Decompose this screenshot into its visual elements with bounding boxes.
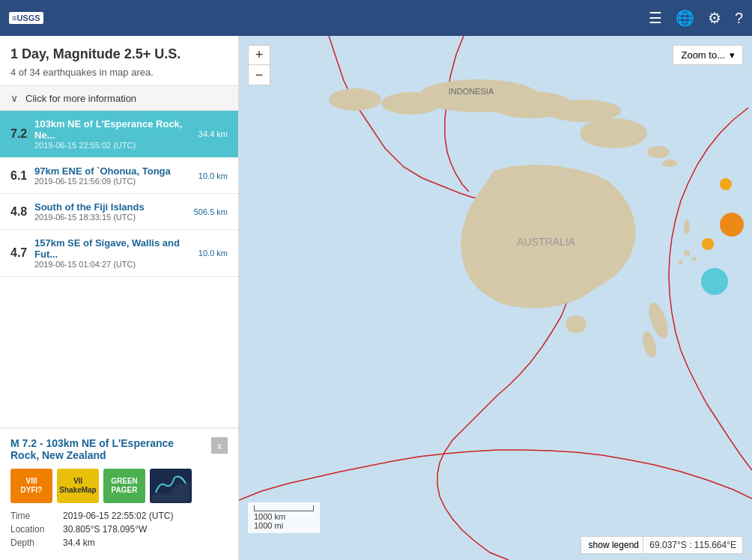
svg-point-21 [702,238,714,250]
list-icon[interactable]: ☰ [649,9,662,27]
svg-point-9 [662,159,677,167]
svg-point-19 [720,178,732,190]
scale-mi: 1000 mi [254,521,314,530]
show-legend-button[interactable]: show legend [580,536,647,554]
sidebar-subtitle: 4 of 34 earthquakes in map area. [0,65,238,85]
gear-icon[interactable]: ⚙ [708,9,721,27]
globe-icon[interactable]: 🌐 [676,9,694,27]
click-info-bar[interactable]: ∨ Click for more information [0,85,238,111]
eq-depth: 506.5 km [194,207,228,216]
dyfi-line1: VIII [25,477,37,486]
dyfi-badge[interactable]: VIII DYFI? [10,469,52,503]
zoom-controls: + − [248,45,270,85]
svg-point-6 [329,88,381,111]
svg-point-15 [679,260,683,264]
thumbnail-image [152,470,189,502]
map-scale: 1000 km 1000 mi [248,502,320,533]
eq-magnitude: 7.2 [10,127,34,141]
map-svg: INDONESIA AUSTRALIA [239,36,752,560]
sidebar: 1 Day, Magnitude 2.5+ U.S. 4 of 34 earth… [0,36,239,560]
scale-bar [254,505,314,511]
eq-date: 2019-06-15 01:04:27 (UTC) [34,260,198,269]
zoom-to-button[interactable]: Zoom to... ▾ [673,45,743,65]
zoom-to-label: Zoom to... [681,49,725,61]
detail-row: Depth 34.4 km [10,538,228,548]
usgs-logo-icon: ≡USGS [9,12,43,24]
earthquake-list-item[interactable]: 7.2 103km NE of L'Esperance Rock, Ne... … [0,111,238,158]
detail-row: Time 2019-06-15 22:55:02 (UTC) [10,511,228,521]
pager-line1: GREEN [111,477,138,486]
eq-name: 103km NE of L'Esperance Rock, Ne... [34,118,198,141]
usgs-logo: ≡USGS [9,12,48,24]
eq-name: 157km SE of Sigave, Wallis and Fut... [34,237,198,260]
detail-title[interactable]: M 7.2 - 103km NE of L'Esperance Rock, Ne… [10,437,190,461]
earthquake-list-item[interactable]: 4.7 157km SE of Sigave, Wallis and Fut..… [0,230,238,277]
svg-point-13 [684,250,690,256]
zoom-to-chevron-icon: ▾ [730,49,735,61]
zoom-in-button[interactable]: + [249,46,270,65]
earthquake-list-item[interactable]: 6.1 97km ENE of `Ohonua, Tonga 2019-06-1… [0,158,238,194]
eq-depth: 34.4 km [198,130,228,139]
earthquake-list-item[interactable]: 4.8 South of the Fiji Islands 2019-06-15… [0,194,238,230]
dyfi-line2: DYFI? [21,486,43,495]
map-area[interactable]: INDONESIA AUSTRALIA + − Zoom to... ▾ 100… [239,36,752,560]
svg-point-7 [580,118,647,148]
shakemap-line1: VII [73,477,82,486]
detail-header: M 7.2 - 103km NE of L'Esperance Rock, Ne… [10,437,228,461]
svg-point-3 [381,92,441,115]
help-icon[interactable]: ? [735,10,743,27]
pager-line2: PAGER [112,486,138,495]
zoom-out-button[interactable]: − [249,65,270,85]
detail-table: Time 2019-06-15 22:55:02 (UTC)Location 3… [10,511,228,548]
main-layout: 1 Day, Magnitude 2.5+ U.S. 4 of 34 earth… [0,36,752,560]
detail-close-button[interactable]: x [211,437,228,454]
detail-row: Location 30.805°S 178.095°W [10,524,228,535]
eq-info: 103km NE of L'Esperance Rock, Ne... 2019… [34,118,198,150]
shakemap-badge[interactable]: VII ShakeMap [57,469,99,503]
eq-info: 157km SE of Sigave, Wallis and Fut... 20… [34,237,198,269]
detail-field-value: 30.805°S 178.095°W [63,524,147,535]
eq-magnitude: 4.8 [10,205,34,219]
svg-text:INDONESIA: INDONESIA [449,87,494,96]
pager-badge[interactable]: GREEN PAGER [103,469,145,503]
detail-field-label: Time [10,511,63,521]
coords-display: 69.037°S : 115.664°E [643,536,743,554]
eq-depth: 10.0 km [198,249,228,258]
svg-point-22 [701,268,728,295]
eq-date: 2019-06-15 18:33:15 (UTC) [34,213,194,222]
svg-point-16 [684,219,690,234]
thumbnail-badge[interactable] [150,469,192,503]
detail-panel: M 7.2 - 103km NE of L'Esperance Rock, Ne… [0,427,238,560]
eq-name: 97km ENE of `Ohonua, Tonga [34,165,198,177]
click-info-label: Click for more information [25,93,136,104]
chevron-icon: ∨ [10,92,18,104]
eq-date: 2019-06-15 21:56:09 (UTC) [34,177,198,186]
detail-field-value: 34.4 km [63,538,95,548]
svg-text:AUSTRALIA: AUSTRALIA [517,236,575,248]
detail-field-label: Location [10,524,63,535]
eq-info: 97km ENE of `Ohonua, Tonga 2019-06-15 21… [34,165,198,186]
detail-field-value: 2019-06-15 22:55:02 (UTC) [63,511,173,521]
sidebar-title: 1 Day, Magnitude 2.5+ U.S. [0,36,238,65]
eq-magnitude: 4.7 [10,246,34,260]
eq-info: South of the Fiji Islands 2019-06-15 18:… [34,201,194,222]
header: ≡USGS ☰ 🌐 ⚙ ? [0,0,752,36]
svg-point-10 [565,315,586,333]
eq-depth: 10.0 km [198,171,228,180]
svg-point-20 [720,213,744,237]
svg-point-14 [692,257,697,261]
earthquake-list: 7.2 103km NE of L'Esperance Rock, Ne... … [0,111,238,427]
svg-point-8 [647,146,670,158]
detail-badges: VIII DYFI? VII ShakeMap GREEN PAGER [10,469,228,503]
eq-magnitude: 6.1 [10,169,34,183]
detail-field-label: Depth [10,538,63,548]
eq-date: 2019-06-15 22:55:02 (UTC) [34,141,198,150]
scale-km: 1000 km [254,512,314,521]
header-icons: ☰ 🌐 ⚙ ? [649,9,743,27]
shakemap-line2: ShakeMap [59,486,96,495]
eq-name: South of the Fiji Islands [34,201,194,213]
